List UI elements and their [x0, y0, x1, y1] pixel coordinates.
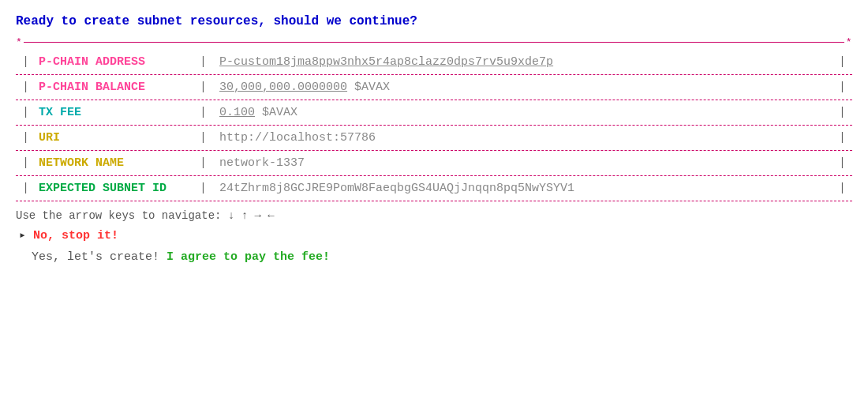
- pipe-right-6: |: [839, 178, 846, 199]
- row-pchain-balance: | P-CHAIN BALANCE | 30,000,000.0000000 $…: [16, 75, 852, 100]
- balance-currency: $AVAX: [354, 81, 390, 94]
- pipe-right-2: |: [839, 77, 846, 98]
- navigation-hint: Use the arrow keys to navigate: ↓ ↑ → ←: [16, 209, 852, 222]
- pipe-left-5: |: [22, 152, 29, 174]
- pipe-left-2: |: [22, 77, 29, 98]
- row-pchain-address: | P-CHAIN ADDRESS | P-custom18jma8ppw3nh…: [16, 50, 852, 74]
- label-pchain-address: P-CHAIN ADDRESS: [36, 51, 193, 73]
- value-tx-fee: 0.100 $AVAX: [213, 100, 832, 125]
- value-uri: http://localhost:57786: [213, 126, 832, 150]
- selected-marker: ▸: [19, 229, 33, 242]
- option-yes-agree-text: I agree to pay the fee!: [166, 250, 330, 264]
- main-container: Ready to create subnet resources, should…: [16, 14, 852, 268]
- option-no-line[interactable]: ▸ No, stop it!: [19, 225, 852, 246]
- value-subnet-id: 24tZhrm8j8GCJRE9PomW8FaeqbgGS4UAQjJnqqn8…: [213, 176, 832, 201]
- pipe-right-1: |: [839, 51, 846, 73]
- fee-number: 0.100: [219, 106, 255, 119]
- row-network-name: | NETWORK NAME | network-1337 |: [16, 151, 852, 175]
- label-network-name: NETWORK NAME: [36, 152, 193, 174]
- row-tx-fee: | TX FEE | 0.100 $AVAX |: [16, 100, 852, 125]
- balance-number: 30,000,000.0000000: [219, 81, 347, 94]
- options-container: ▸ No, stop it! Yes, let's create! I agre…: [16, 225, 852, 268]
- pipe-right-3: |: [839, 102, 846, 123]
- value-pchain-balance: 30,000,000.0000000 $AVAX: [213, 75, 832, 100]
- row-subnet-id: | EXPECTED SUBNET ID | 24tZhrm8j8GCJRE9P…: [16, 176, 852, 201]
- pipe-mid-2: |: [200, 77, 207, 98]
- divider-top: **: [16, 36, 852, 50]
- label-uri: URI: [36, 127, 193, 148]
- pipe-left-3: |: [22, 102, 29, 123]
- pipe-mid-6: |: [200, 178, 207, 199]
- pipe-right-4: |: [839, 127, 846, 148]
- value-pchain-address: P-custom18jma8ppw3nhx5r4ap8clazz0dps7rv5…: [213, 50, 832, 74]
- label-subnet-id: EXPECTED SUBNET ID: [36, 178, 193, 199]
- option-no-text[interactable]: No, stop it!: [33, 229, 118, 242]
- pipe-left-6: |: [22, 178, 29, 199]
- question-text: Ready to create subnet resources, should…: [16, 14, 852, 28]
- pipe-mid-1: |: [200, 51, 207, 73]
- value-network-name: network-1337: [213, 151, 832, 175]
- pipe-left-4: |: [22, 127, 29, 148]
- fee-currency: $AVAX: [262, 106, 297, 119]
- table-wrapper: ** | P-CHAIN ADDRESS | P-custom18jma8ppw…: [16, 36, 852, 201]
- pipe-mid-3: |: [200, 102, 207, 123]
- pipe-mid-5: |: [200, 152, 207, 174]
- divider-bottom: [16, 201, 852, 201]
- option-yes-line[interactable]: Yes, let's create! I agree to pay the fe…: [19, 246, 852, 268]
- label-tx-fee: TX FEE: [36, 102, 193, 123]
- pipe-mid-4: |: [200, 127, 207, 148]
- pipe-right-5: |: [839, 152, 846, 174]
- row-uri: | URI | http://localhost:57786 |: [16, 126, 852, 150]
- pipe-left-1: |: [22, 51, 29, 73]
- option-yes-static: Yes, let's create!: [32, 250, 166, 264]
- label-pchain-balance: P-CHAIN BALANCE: [36, 77, 193, 98]
